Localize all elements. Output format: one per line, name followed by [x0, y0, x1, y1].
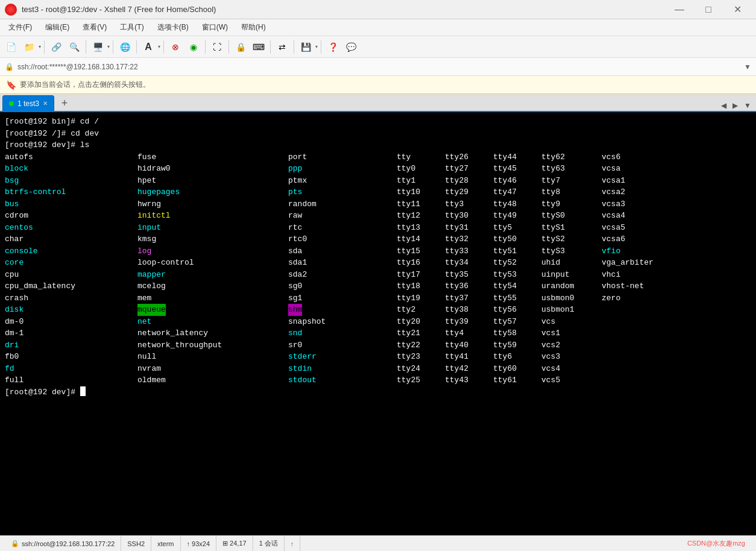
status-bar: 🔒 ssh://root@192.168.130.177:22 SSH2 xte… [0, 535, 756, 551]
ls-mapper: mapper [137, 269, 288, 281]
toolbar-sep-3 [113, 40, 113, 54]
ls-tty62: tty62 [541, 151, 602, 163]
status-sessions-text: 1 会话 [259, 539, 278, 548]
ls-uhid: uhid [541, 257, 602, 269]
tab-bar: 1 test3 ✕ + ◀ ▶ ▼ [0, 94, 756, 112]
ls-tty18: tty18 [397, 280, 445, 292]
ls-tty30: tty30 [445, 210, 493, 222]
toolbar-new-btn[interactable]: 📄 [2, 39, 19, 55]
ls-tty45: tty45 [493, 163, 541, 175]
toolbar-disk-arrow[interactable]: ▾ [315, 44, 318, 49]
tab-nav-left[interactable]: ◀ [719, 100, 729, 111]
toolbar-font-arrow[interactable]: ▾ [158, 44, 160, 49]
ls-ttyS0: ttyS0 [541, 210, 602, 222]
menu-tabs[interactable]: 选项卡(B) [151, 20, 195, 35]
ls-tty29: tty29 [445, 186, 493, 198]
ls-vcs2: vcs2 [541, 339, 602, 351]
toolbar-transfer-btn[interactable]: ⇄ [274, 39, 291, 55]
toolbar-search-btn[interactable]: 🔍 [66, 39, 83, 55]
ls-vcs4: vcs4 [541, 363, 602, 375]
ls-tty41: tty41 [445, 351, 493, 363]
ls-autofs: autofs [5, 151, 137, 163]
ls-sda1: sda1 [288, 257, 397, 269]
ls-tty40: tty40 [445, 339, 493, 351]
toolbar-font-btn[interactable]: A [140, 39, 157, 55]
toolbar-globe-btn[interactable]: 🌐 [116, 39, 133, 55]
ls-console: console [5, 245, 137, 257]
toolbar-expand-btn[interactable]: ⛶ [209, 39, 225, 55]
ls-vhci: vhci [602, 269, 674, 281]
ls-sr0: sr0 [288, 339, 397, 351]
ls-tty51: tty51 [493, 245, 541, 257]
toolbar-green-btn[interactable]: ◉ [185, 39, 202, 55]
ls-tty39: tty39 [445, 316, 493, 328]
toolbar-sep-4 [136, 40, 137, 54]
ls-tty58: tty58 [493, 327, 541, 339]
toolbar-connect-btn[interactable]: 🔗 [48, 39, 65, 55]
toolbar-monitor-btn[interactable]: 🖥️ [89, 39, 106, 55]
toolbar-open-btn[interactable]: 📁 [20, 39, 37, 55]
toolbar-lock-btn[interactable]: 🔒 [232, 39, 249, 55]
toolbar-help-btn[interactable]: ❓ [324, 39, 341, 55]
tab-status-dot [9, 101, 14, 106]
maximize-button[interactable]: □ [695, 0, 722, 19]
menu-view[interactable]: 查看(V) [77, 20, 113, 35]
ls-sda: sda [288, 245, 397, 257]
toolbar-disk-btn[interactable]: 💾 [297, 39, 314, 55]
ls-cpu-dma: cpu_dma_latency [5, 280, 137, 292]
menu-help[interactable]: 帮助(H) [235, 20, 272, 35]
ls-ptmx: ptmx [288, 175, 397, 187]
toolbar-red-btn[interactable]: ⊗ [167, 39, 184, 55]
minimize-button[interactable]: — [666, 0, 693, 19]
window-controls: — □ ✕ [666, 0, 751, 19]
terminal-wrapper: [root@192 bin]# cd / [root@192 /]# cd de… [0, 112, 756, 535]
tab-nav-right[interactable]: ▶ [730, 100, 740, 111]
ls-usbmon0: usbmon0 [541, 292, 602, 304]
ls-tty19: tty19 [397, 292, 445, 304]
ls-tty17: tty17 [397, 269, 445, 281]
ls-vcsa: vcsa [602, 163, 674, 175]
ls-vcs5: vcs5 [541, 374, 602, 386]
menu-edit[interactable]: 编辑(E) [39, 20, 75, 35]
ls-ttyS3: ttyS3 [541, 245, 602, 257]
status-cursor-text: ⊞ 24,17 [222, 540, 247, 547]
status-size: ↑ 93x24 [181, 536, 217, 551]
tab-test3[interactable]: 1 test3 ✕ [2, 95, 54, 111]
col-1: autofs block bsg btrfs-control bus cdrom… [5, 151, 137, 386]
ls-tty60: tty60 [493, 363, 541, 375]
terminal-cursor [80, 386, 86, 396]
toolbar-open-arrow[interactable]: ▾ [39, 44, 41, 49]
toolbar-sep-9 [294, 40, 294, 54]
terminal[interactable]: [root@192 bin]# cd / [root@192 /]# cd de… [0, 112, 756, 401]
close-button[interactable]: ✕ [723, 0, 751, 19]
lock-icon: 🔒 [5, 63, 14, 71]
ls-tty53: tty53 [493, 269, 541, 281]
menu-tools[interactable]: 工具(T) [114, 20, 150, 35]
ls-tty52: tty52 [493, 257, 541, 269]
toolbar-keyboard-btn[interactable]: ⌨ [250, 39, 267, 55]
ls-tty9: tty9 [541, 198, 602, 210]
ls-stderr: stderr [288, 351, 397, 363]
toolbar-monitor-arrow[interactable]: ▾ [107, 44, 110, 49]
toolbar-msg-btn[interactable]: 💬 [342, 39, 359, 55]
tab-add-button[interactable]: + [57, 95, 72, 111]
tab-close-button[interactable]: ✕ [43, 100, 48, 107]
ls-tty43: tty43 [445, 374, 493, 386]
prompt-3: [root@192 dev]# ls [5, 139, 89, 151]
ls-random: random [288, 198, 397, 210]
ls-bsg: bsg [5, 175, 137, 187]
ls-tty31: tty31 [445, 222, 493, 234]
tab-nav-more[interactable]: ▼ [742, 100, 754, 111]
ls-tty6: tty6 [493, 351, 541, 363]
ls-tty44: tty44 [493, 151, 541, 163]
ls-sda2: sda2 [288, 269, 397, 281]
ls-tty12: tty12 [397, 210, 445, 222]
prompt-2: [root@192 /]# cd dev [5, 128, 99, 140]
menu-bar: 文件(F) 编辑(E) 查看(V) 工具(T) 选项卡(B) 窗口(W) 帮助(… [0, 19, 756, 36]
ls-tty15: tty15 [397, 245, 445, 257]
ls-tty7: tty7 [541, 175, 602, 187]
address-dropdown-arrow[interactable]: ▼ [744, 63, 751, 71]
col-8: vcs6 vcsa vcsa1 vcsa2 vcsa3 vcsa4 vcsa5 … [602, 151, 674, 386]
menu-window[interactable]: 窗口(W) [196, 20, 234, 35]
menu-file[interactable]: 文件(F) [2, 20, 38, 35]
